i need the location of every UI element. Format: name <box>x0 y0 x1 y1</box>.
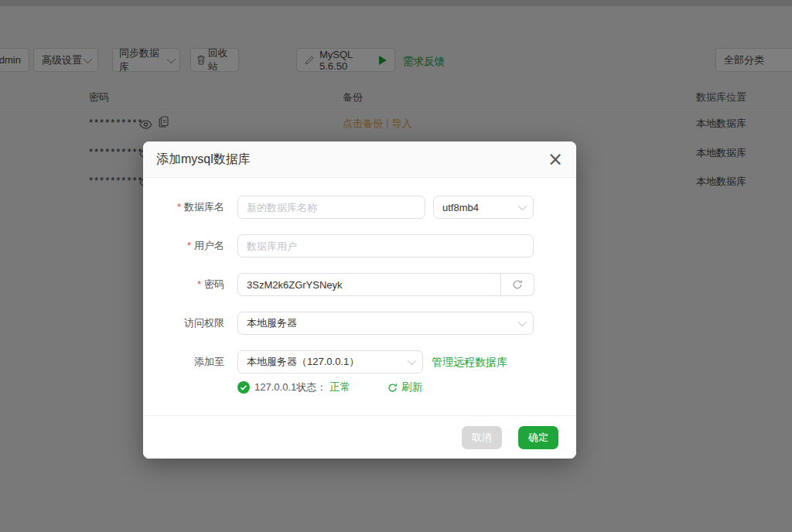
database-manager-screen: dmin 高级设置 同步数据库 回收站 MySQL 5.6.50 需求反馈 全部… <box>0 0 792 532</box>
access-select[interactable]: 本地服务器 <box>237 312 534 335</box>
add-to-value: 本地服务器（127.0.0.1） <box>247 355 359 369</box>
refresh-icon <box>387 383 398 393</box>
db-name-label: *数据库名 <box>143 196 224 219</box>
chevron-down-icon <box>518 318 527 326</box>
server-status-row: 127.0.0.1状态： 正常 <box>237 380 350 394</box>
db-name-input[interactable] <box>237 196 425 219</box>
regenerate-password-button[interactable] <box>501 273 534 296</box>
refresh-label: 刷新 <box>401 380 422 394</box>
required-mark: * <box>187 240 191 251</box>
access-label-text: 访问权限 <box>184 317 224 329</box>
modal-header: 添加mysql数据库 × <box>143 142 576 178</box>
add-database-modal: 添加mysql数据库 × *数据库名 utf8mb4 *用户名 *密码 <box>143 142 576 459</box>
access-value: 本地服务器 <box>247 316 297 330</box>
charset-value: utf8mb4 <box>442 202 479 213</box>
modal-footer: 取消 确定 <box>143 415 576 459</box>
password-label: *密码 <box>143 273 224 296</box>
username-label-text: 用户名 <box>194 240 224 251</box>
add-to-select[interactable]: 本地服务器（127.0.0.1） <box>237 350 423 373</box>
close-icon[interactable]: × <box>548 152 563 167</box>
charset-select[interactable]: utf8mb4 <box>433 196 534 219</box>
status-label: 127.0.0.1状态： <box>254 380 326 394</box>
modal-title: 添加mysql数据库 <box>156 152 251 168</box>
db-name-label-text: 数据库名 <box>184 201 224 213</box>
password-label-text: 密码 <box>204 278 224 290</box>
required-mark: * <box>197 278 201 290</box>
cancel-button[interactable]: 取消 <box>462 426 502 449</box>
manage-remote-db-link[interactable]: 管理远程数据库 <box>432 350 507 373</box>
chevron-down-icon <box>408 356 416 365</box>
add-to-label: 添加至 <box>143 350 224 373</box>
status-refresh-link[interactable]: 刷新 <box>387 380 422 394</box>
username-input[interactable] <box>237 234 534 257</box>
required-mark: * <box>177 201 181 213</box>
access-label: 访问权限 <box>143 312 224 335</box>
chevron-down-icon <box>518 202 527 210</box>
check-circle-icon <box>237 381 250 394</box>
refresh-icon <box>512 279 523 290</box>
status-value: 正常 <box>329 380 350 394</box>
password-input[interactable] <box>237 273 501 296</box>
confirm-button[interactable]: 确定 <box>518 426 558 449</box>
username-label: *用户名 <box>143 234 224 257</box>
add-to-label-text: 添加至 <box>194 356 224 367</box>
